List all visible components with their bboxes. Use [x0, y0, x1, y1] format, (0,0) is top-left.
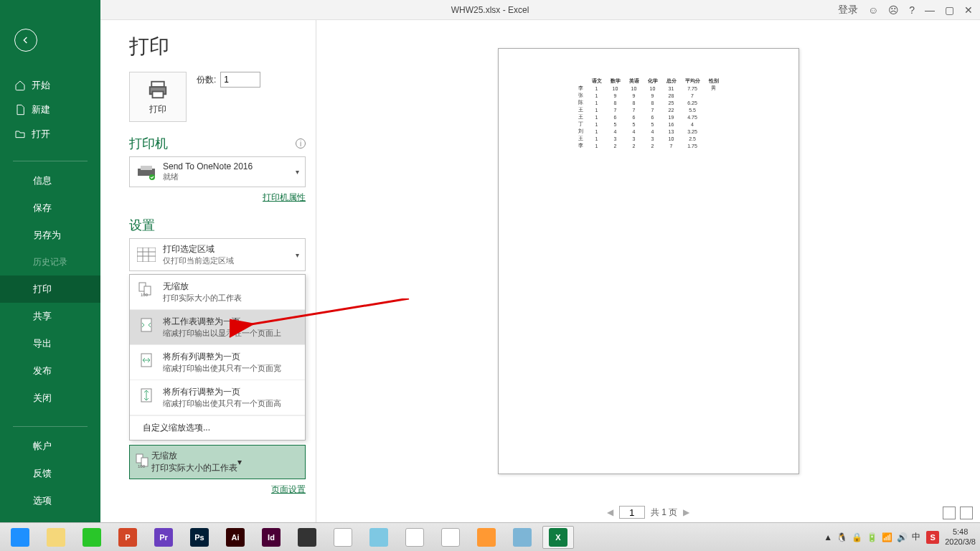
face-sad-icon[interactable]: ☹	[888, 4, 899, 16]
help-button[interactable]: ?	[909, 4, 915, 16]
taskbar-clock[interactable]: 5:48 2020/3/8	[945, 527, 976, 546]
svg-rect-0	[151, 81, 164, 87]
svg-rect-2	[153, 91, 164, 98]
sidebar-item-label: 新建	[32, 103, 50, 116]
print-button[interactable]: 打印	[129, 72, 187, 122]
scaling-options-list: 100 无缩放打印实际大小的工作表 将工作表调整为一页缩减打印输出以显示在一个页…	[129, 274, 306, 441]
sidebar-item-options[interactable]: 选项	[0, 487, 100, 514]
scaling-option-custom[interactable]: 自定义缩放选项...	[130, 415, 305, 440]
printer-ready-icon	[136, 163, 157, 182]
info-icon[interactable]: i	[296, 138, 306, 149]
svg-point-5	[149, 174, 155, 180]
tray-icon[interactable]: 🔋	[867, 532, 877, 542]
svg-text:100: 100	[141, 293, 149, 297]
home-icon	[14, 80, 26, 91]
taskbar-app-icon[interactable]: Id	[255, 526, 287, 549]
page-number-input[interactable]	[619, 506, 645, 519]
sidebar-item-export[interactable]: 导出	[0, 330, 100, 357]
print-pane: 打印 打印 份数: 打印机 i Send To OneNote 2016 就绪 …	[100, 20, 316, 522]
titlebar: WHW25.xlsx - Excel 登录 ☺ ☹ ? — ▢ ✕	[0, 0, 980, 20]
taskbar-app-icon[interactable]	[471, 526, 502, 549]
window-title: WHW25.xlsx - Excel	[451, 5, 529, 15]
face-smile-icon[interactable]: ☺	[868, 4, 878, 16]
divider	[13, 161, 88, 161]
printer-properties-link[interactable]: 打印机属性	[263, 192, 306, 202]
svg-rect-14	[141, 319, 151, 331]
scaling-option-fitsheet[interactable]: 将工作表调整为一页缩减打印输出以显示在一个页面上	[130, 310, 305, 345]
printer-status: 就绪	[163, 171, 296, 182]
chevron-down-icon: ▾	[296, 251, 299, 259]
taskbar-app-icon[interactable]	[291, 526, 323, 549]
taskbar-app-icon[interactable]	[40, 526, 72, 549]
preview-page: 语文数学英语化学总分平均分性别李1101010317.75男张1999287陈1…	[498, 48, 799, 474]
tray-icon[interactable]: 中	[912, 531, 920, 543]
maximize-button[interactable]: ▢	[945, 4, 954, 16]
minimize-button[interactable]: —	[925, 4, 935, 16]
show-margins-button[interactable]	[943, 507, 956, 519]
sidebar-item-new[interactable]: 新建	[0, 98, 100, 122]
tray-icon[interactable]: 🔒	[852, 532, 862, 542]
taskbar-app-icon[interactable]: Ai	[220, 526, 251, 549]
sidebar-item-publish[interactable]: 发布	[0, 357, 100, 385]
next-page-button[interactable]: ▶	[683, 507, 689, 517]
tray-icon[interactable]: ▲	[824, 532, 832, 542]
login-button[interactable]: 登录	[838, 4, 858, 17]
scaling-option-fitrows[interactable]: 将所有行调整为一页缩减打印输出使其只有一个页面高	[130, 380, 305, 415]
chevron-down-icon: ▾	[296, 168, 299, 176]
print-preview: 语文数学英语化学总分平均分性别李1101010317.75男张1999287陈1…	[316, 20, 980, 522]
taskbar-app-icon[interactable]: X	[542, 526, 574, 549]
close-button[interactable]: ✕	[964, 4, 973, 16]
file-icon	[14, 104, 26, 116]
tray-icon[interactable]: 📶	[882, 532, 892, 542]
settings-section-head: 设置	[129, 217, 306, 234]
ime-indicator[interactable]: S	[926, 531, 939, 544]
copies-input[interactable]	[220, 72, 260, 88]
taskbar-app-icon[interactable]	[76, 526, 108, 549]
taskbar-app-icon[interactable]	[435, 526, 466, 549]
sidebar-item-home[interactable]: 开始	[0, 73, 100, 98]
page-count-label: 共 1 页	[651, 507, 677, 519]
page-setup-link[interactable]: 页面设置	[271, 484, 306, 494]
sidebar-item-share[interactable]: 共享	[0, 303, 100, 330]
fitcols-icon	[137, 351, 156, 369]
taskbar-app-icon[interactable]	[507, 526, 538, 549]
taskbar-app-icon[interactable]	[363, 526, 395, 549]
sidebar-item-label: 打开	[32, 128, 50, 141]
scaling-option-fitcols[interactable]: 将所有列调整为一页缩减打印输出使其只有一个页面宽	[130, 345, 305, 380]
sidebar-item-save[interactable]: 保存	[0, 194, 100, 222]
print-area-dropdown[interactable]: 打印选定区域 仅打印当前选定区域 ▾	[129, 238, 306, 271]
taskbar-app-icon[interactable]: P	[112, 526, 143, 549]
chevron-down-icon: ▾	[237, 457, 242, 467]
sidebar-item-close[interactable]: 关闭	[0, 385, 100, 412]
printer-dropdown[interactable]: Send To OneNote 2016 就绪 ▾	[129, 156, 306, 187]
scaling-dropdown[interactable]: 100 无缩放 打印实际大小的工作表 ▾	[129, 445, 306, 479]
taskbar-app-icon[interactable]	[327, 526, 359, 549]
sidebar-item-history: 历史记录	[0, 249, 100, 276]
scaling-option-noscale[interactable]: 100 无缩放打印实际大小的工作表	[130, 275, 305, 310]
main-area: 打印 打印 份数: 打印机 i Send To OneNote 2016 就绪 …	[100, 20, 980, 522]
taskbar-app-icon[interactable]: Pr	[148, 526, 179, 549]
sidebar-item-info[interactable]: 信息	[0, 167, 100, 194]
zoom-to-page-button[interactable]	[960, 507, 973, 519]
svg-text:100: 100	[138, 464, 146, 468]
sidebar-item-saveas[interactable]: 另存为	[0, 222, 100, 249]
tray-icon[interactable]: 🔊	[897, 532, 908, 542]
sidebar-item-open[interactable]: 打开	[0, 122, 100, 146]
svg-rect-6	[137, 248, 156, 262]
taskbar-app-icon[interactable]	[4, 526, 36, 549]
prev-page-button[interactable]: ◀	[607, 507, 613, 517]
copies-label: 份数:	[197, 74, 216, 86]
taskbar-app-icon[interactable]: Ps	[184, 526, 215, 549]
fitrows-icon	[137, 386, 156, 405]
taskbar-app-icon[interactable]	[399, 526, 430, 549]
printer-name: Send To OneNote 2016	[163, 161, 296, 171]
sidebar-item-account[interactable]: 帐户	[0, 433, 100, 460]
sidebar-item-label: 开始	[32, 79, 50, 92]
sidebar-item-print[interactable]: 打印	[0, 276, 100, 303]
back-button[interactable]	[14, 29, 37, 52]
divider	[13, 426, 88, 427]
sidebar-item-feedback[interactable]: 反馈	[0, 460, 100, 487]
table-icon	[136, 245, 157, 264]
fitsheet-icon	[137, 316, 156, 334]
tray-icon[interactable]: 🐧	[837, 532, 847, 542]
